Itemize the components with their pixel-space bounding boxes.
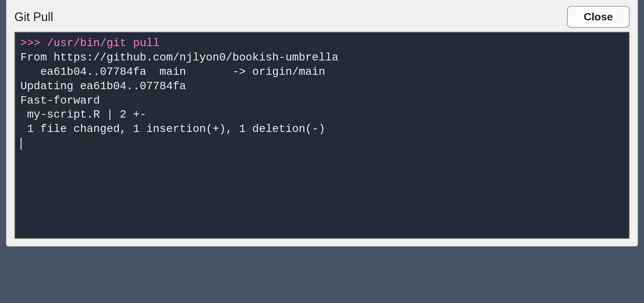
close-button[interactable]: Close <box>567 6 630 28</box>
prompt-symbol: >>> <box>20 37 47 49</box>
output-line: Fast-forward <box>20 95 100 107</box>
terminal-output[interactable]: >>> /usr/bin/git pull From https://githu… <box>14 32 630 239</box>
dialog-header: Git Pull Close <box>6 0 638 32</box>
output-line: 1 file changed, 1 insertion(+), 1 deleti… <box>20 123 325 135</box>
output-line: my-script.R | 2 +- <box>20 109 146 121</box>
git-command: /usr/bin/git pull <box>47 37 160 49</box>
output-line: Updating ea61b04..07784fa <box>20 80 186 93</box>
output-line: From https://github.com/njlyon0/bookish-… <box>20 51 339 64</box>
dialog-title: Git Pull <box>14 10 53 24</box>
output-line: ea61b04..07784fa main -> origin/main <box>20 66 325 78</box>
git-pull-dialog: Git Pull Close >>> /usr/bin/git pull Fro… <box>6 0 638 247</box>
terminal-cursor <box>20 138 22 150</box>
